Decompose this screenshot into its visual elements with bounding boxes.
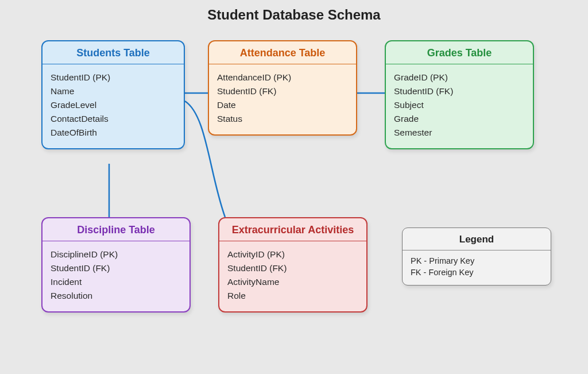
entity-extracurricular-title: Extracurricular Activities	[219, 218, 366, 241]
field: Subject	[394, 100, 525, 110]
field: ActivityName	[227, 277, 358, 287]
field: DateOfBirth	[51, 128, 176, 138]
field: Grade	[394, 114, 525, 124]
field: StudentID (PK)	[51, 72, 176, 83]
field: Date	[217, 100, 348, 110]
entity-extracurricular: Extracurricular Activities ActivityID (P…	[218, 217, 368, 313]
field: ActivityID (PK)	[227, 249, 358, 260]
legend-item: PK - Primary Key	[411, 256, 543, 265]
field: Role	[227, 291, 358, 301]
entity-attendance: Attendance Table AttendanceID (PK) Stude…	[208, 40, 357, 136]
legend-item: FK - Foreign Key	[411, 268, 543, 277]
entity-grades: Grades Table GradeID (PK) StudentID (FK)…	[385, 40, 534, 149]
field: Status	[217, 114, 348, 124]
field: Name	[51, 86, 176, 97]
field: GradeID (PK)	[394, 72, 525, 83]
entity-extracurricular-fields: ActivityID (PK) StudentID (FK) ActivityN…	[219, 241, 366, 311]
entity-attendance-fields: AttendanceID (PK) StudentID (FK) Date St…	[209, 64, 356, 134]
entity-discipline-title: Discipline Table	[42, 218, 189, 241]
entity-discipline: Discipline Table DisciplineID (PK) Stude…	[41, 217, 191, 313]
diagram-title: Student Database Schema	[0, 7, 588, 23]
entity-grades-fields: GradeID (PK) StudentID (FK) Subject Grad…	[386, 64, 533, 148]
field: StudentID (FK)	[394, 86, 525, 97]
legend-title: Legend	[403, 228, 551, 250]
entity-students-title: Students Table	[42, 41, 184, 64]
entity-grades-title: Grades Table	[386, 41, 533, 64]
field: AttendanceID (PK)	[217, 72, 348, 83]
entity-attendance-title: Attendance Table	[209, 41, 356, 64]
field: DisciplineID (PK)	[51, 249, 181, 260]
field: ContactDetails	[51, 114, 176, 124]
entity-students-fields: StudentID (PK) Name GradeLevel ContactDe…	[42, 64, 184, 148]
field: StudentID (FK)	[217, 86, 348, 97]
diagram-canvas: Student Database Schema Students Table S…	[0, 0, 588, 374]
field: Resolution	[51, 291, 181, 301]
field: StudentID (FK)	[227, 263, 358, 273]
entity-students: Students Table StudentID (PK) Name Grade…	[41, 40, 185, 149]
field: Incident	[51, 277, 181, 287]
field: GradeLevel	[51, 100, 176, 110]
legend-box: Legend PK - Primary Key FK - Foreign Key	[402, 228, 551, 286]
field: StudentID (FK)	[51, 263, 181, 273]
legend-items: PK - Primary Key FK - Foreign Key	[403, 250, 551, 285]
field: Semester	[394, 128, 525, 138]
entity-discipline-fields: DisciplineID (PK) StudentID (FK) Inciden…	[42, 241, 189, 311]
